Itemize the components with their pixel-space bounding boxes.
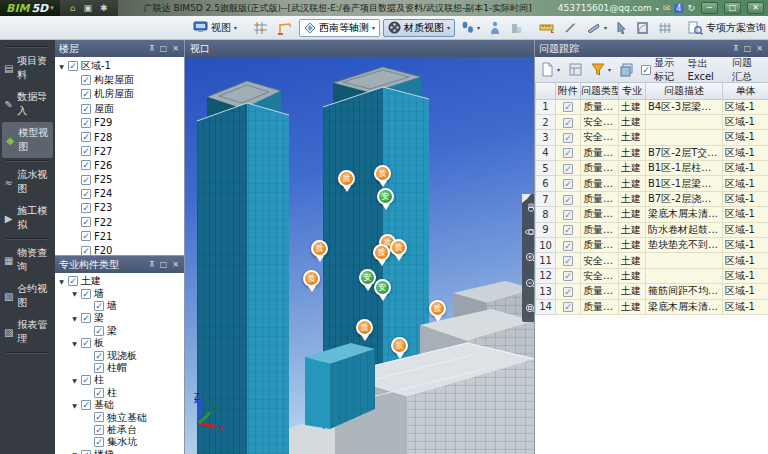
door-tool-button[interactable] — [633, 19, 652, 36]
issue-row[interactable]: 14✓质量问题土建梁底木屑未清理干净区域-1 — [536, 299, 768, 314]
tree-checkbox[interactable]: ✓ — [81, 217, 91, 227]
quality-issue-marker[interactable]: 质 — [390, 239, 407, 256]
sidebar-item-report[interactable]: ▨报表管理 — [0, 314, 55, 350]
dimension-button[interactable] — [561, 19, 580, 36]
expand-arrow-icon[interactable]: ▼ — [71, 290, 78, 297]
zoom-in-icon[interactable] — [524, 251, 535, 265]
save-icon[interactable]: ▣ — [83, 4, 92, 13]
tree-checkbox[interactable]: ✓ — [81, 338, 91, 348]
attachment-checkbox[interactable]: ✓ — [563, 225, 573, 235]
export-excel-button[interactable]: 导出Excel — [684, 56, 724, 83]
issue-row[interactable]: 2✓安全问题土建区域-1 — [536, 114, 768, 129]
safety-issue-marker[interactable]: 安 — [359, 269, 376, 286]
tree-item[interactable]: ▼✓梁 — [55, 312, 184, 324]
new-issue-button[interactable]: ▾ — [539, 61, 562, 78]
sidebar-item-simulation[interactable]: ▶施工模拟 — [0, 200, 55, 236]
tree-item[interactable]: ✓屋面 — [55, 102, 184, 116]
quality-issue-marker[interactable]: 质 — [356, 319, 373, 336]
issue-row[interactable]: 8✓质量问题土建梁底木屑未清理干净区域-1 — [536, 207, 768, 222]
issue-row[interactable]: 9✓质量问题土建防水卷材起鼓空鼓区域-1 — [536, 222, 768, 237]
tree-item[interactable]: ▼✓板 — [55, 337, 184, 349]
pin-icon[interactable]: ⊼ — [148, 261, 156, 269]
tree-checkbox[interactable]: ✓ — [81, 450, 91, 454]
sidebar-item-data-import[interactable]: ✎数据导入 — [0, 86, 55, 122]
view-button[interactable]: 视图 ▾ — [190, 19, 240, 37]
issue-row[interactable]: 10✓质量问题土建垫块垫充不到位，有露...区域-1 — [536, 238, 768, 253]
issue-row[interactable]: 3✓安全问题土建区域-1 — [536, 130, 768, 145]
safety-issue-marker[interactable]: 安 — [377, 188, 394, 205]
crane-button[interactable] — [274, 19, 296, 37]
attachment-checkbox[interactable]: ✓ — [563, 179, 573, 189]
tree-item[interactable]: ✓F21 — [55, 229, 184, 243]
tree-item[interactable]: ✓现浇板 — [55, 349, 184, 361]
attachment-checkbox[interactable]: ✓ — [563, 287, 573, 297]
material-view-select[interactable]: 材质视图 ▾ — [383, 19, 455, 37]
tree-item[interactable]: ▼✓楼梯 — [55, 448, 184, 454]
tree-item[interactable]: ▼✓柱 — [55, 374, 184, 386]
tree-checkbox[interactable]: ✓ — [81, 400, 91, 410]
tree-checkbox[interactable]: ✓ — [81, 89, 91, 99]
pin-icon[interactable]: ⊼ — [732, 45, 740, 53]
tree-item[interactable]: ✓F27 — [55, 144, 184, 158]
attachment-checkbox[interactable]: ✓ — [563, 256, 573, 266]
tree-item[interactable]: ✓梁 — [55, 325, 184, 337]
tree-item[interactable]: ▼✓基础 — [55, 399, 184, 411]
settings-gear-icon[interactable]: ✱ — [100, 4, 108, 13]
mail-icon[interactable]: ✉ — [663, 3, 671, 13]
pan-icon[interactable] — [524, 200, 535, 214]
tree-item[interactable]: ✓独立基础 — [55, 411, 184, 423]
float-icon[interactable]: □ — [743, 45, 753, 53]
float-icon[interactable]: □ — [159, 261, 169, 269]
attachment-checkbox[interactable]: ✓ — [563, 133, 573, 143]
quality-issue-marker[interactable]: 质 — [373, 244, 390, 261]
expand-arrow-icon[interactable]: ▼ — [71, 340, 78, 347]
axis-grid-button[interactable] — [250, 19, 271, 37]
show-marks-checkbox[interactable]: ✓ — [641, 65, 651, 75]
orbit-icon[interactable] — [524, 225, 535, 239]
issue-summary-button[interactable]: 问题汇总 — [729, 55, 764, 85]
tree-checkbox[interactable]: ✓ — [81, 231, 91, 241]
minimize-button[interactable]: ─ — [701, 2, 718, 14]
tree-checkbox[interactable]: ✓ — [81, 375, 91, 385]
copy-export-button[interactable] — [618, 62, 636, 78]
save-issue-button[interactable] — [567, 62, 584, 77]
tree-checkbox[interactable]: ✓ — [94, 437, 104, 447]
home-icon[interactable]: ⌂ — [70, 4, 76, 13]
tree-checkbox[interactable]: ✓ — [81, 160, 91, 170]
show-marks-toggle[interactable]: ✓ 显示标记 — [641, 56, 679, 84]
close-panel-icon[interactable]: ✕ — [171, 261, 180, 269]
tree-checkbox[interactable]: ✓ — [94, 425, 104, 435]
tree-item[interactable]: ✓构架屋面 — [55, 73, 184, 87]
column-header-专业[interactable]: 专业 — [619, 83, 646, 99]
app-logo[interactable]: BIM 5D ▾ — [0, 0, 60, 16]
person-view-button[interactable] — [486, 19, 504, 37]
tree-item[interactable]: ✓桩承台 — [55, 424, 184, 436]
tree-checkbox[interactable]: ✓ — [81, 132, 91, 142]
issue-row[interactable]: 1✓质量问题土建B4区-3层梁柱交界处脱...区域-1 — [536, 99, 768, 114]
sidebar-item-project-doc[interactable]: ▤项目资料 — [0, 50, 55, 86]
sidebar-item-flow-view[interactable]: ≈流水视图 — [0, 164, 55, 200]
tree-checkbox[interactable]: ✓ — [94, 326, 104, 336]
attachment-checkbox[interactable]: ✓ — [563, 164, 573, 174]
tree-item[interactable]: ✓F26 — [55, 158, 184, 172]
tree-item[interactable]: ✓F25 — [55, 173, 184, 187]
column-header-附件[interactable]: 附件 — [556, 83, 581, 99]
tree-item[interactable]: ✓F28 — [55, 130, 184, 144]
tree-item[interactable]: ✓集水坑 — [55, 436, 184, 448]
tree-checkbox[interactable]: ✓ — [81, 175, 91, 185]
issue-row[interactable]: 13✓质量问题土建箍筋间距不均匀，倾斜区域-1 — [536, 284, 768, 299]
tree-checkbox[interactable]: ✓ — [94, 388, 104, 398]
special-plan-query-button[interactable]: 专项方案查询 — [685, 19, 768, 37]
close-button[interactable]: ✕ — [747, 2, 764, 14]
quality-issue-marker[interactable]: 质 — [338, 170, 355, 187]
tree-checkbox[interactable]: ✓ — [94, 363, 104, 373]
expand-arrow-icon[interactable]: ▼ — [71, 377, 78, 384]
tree-item[interactable]: ✓柱 — [55, 387, 184, 399]
tree-checkbox[interactable]: ✓ — [81, 104, 91, 114]
tree-item[interactable]: ▼✓区域-1 — [55, 59, 184, 73]
column-header-单体[interactable]: 单体 — [723, 83, 768, 99]
pin-icon[interactable]: ⊼ — [148, 45, 156, 53]
tree-checkbox[interactable]: ✓ — [94, 351, 104, 361]
tree-item[interactable]: ✓F20 — [55, 243, 184, 255]
tree-checkbox[interactable]: ✓ — [81, 146, 91, 156]
